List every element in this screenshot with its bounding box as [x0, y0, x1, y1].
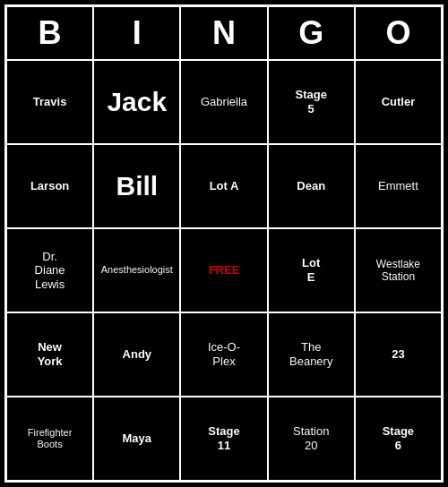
cell-4-4: The Beanery: [268, 312, 355, 397]
header-i: I: [93, 6, 180, 60]
cell-1-4: Stage 5: [268, 60, 355, 144]
cell-4-5: 23: [355, 312, 442, 397]
cell-2-4: Dean: [268, 144, 355, 228]
cell-5-5: Stage 6: [355, 397, 442, 481]
bingo-body: Travis Jack Gabriella Stage 5 Cutler Lar…: [6, 60, 442, 481]
cell-2-5: Emmett: [355, 144, 442, 228]
cell-3-3: FREE: [180, 228, 267, 312]
cell-2-2: Bill: [93, 144, 180, 228]
cell-1-3: Gabriella: [180, 60, 267, 144]
bingo-row-3: Dr. Diane Lewis Anesthesiologist FREE Lo…: [6, 228, 442, 312]
bingo-row-2: Larson Bill Lot A Dean Emmett: [6, 144, 442, 228]
cell-1-2: Jack: [93, 60, 180, 144]
cell-5-4: Station 20: [268, 397, 355, 481]
cell-4-2: Andy: [93, 312, 180, 397]
cell-4-3: Ice-O- Plex: [180, 312, 267, 397]
header-b: B: [6, 6, 93, 60]
cell-5-2: Maya: [93, 397, 180, 481]
cell-5-1: Firefighter Boots: [6, 397, 93, 481]
cell-2-1: Larson: [6, 144, 93, 228]
cell-1-1: Travis: [6, 60, 93, 144]
header-n: N: [180, 6, 267, 60]
cell-3-2: Anesthesiologist: [93, 228, 180, 312]
cell-2-3: Lot A: [180, 144, 267, 228]
header-o: O: [355, 6, 442, 60]
bingo-row-4: New York Andy Ice-O- Plex The Beanery 23: [6, 312, 442, 397]
bingo-card: B I N G O Travis Jack Gabriella Stage 5 …: [4, 4, 444, 483]
bingo-row-5: Firefighter Boots Maya Stage 11 Station …: [6, 397, 442, 481]
bingo-header: B I N G O: [6, 6, 442, 60]
cell-1-5: Cutler: [355, 60, 442, 144]
cell-5-3: Stage 11: [180, 397, 267, 481]
cell-3-5: Westlake Station: [355, 228, 442, 312]
cell-3-1: Dr. Diane Lewis: [6, 228, 93, 312]
cell-4-1: New York: [6, 312, 93, 397]
cell-3-4: Lot E: [268, 228, 355, 312]
bingo-row-1: Travis Jack Gabriella Stage 5 Cutler: [6, 60, 442, 144]
header-g: G: [268, 6, 355, 60]
